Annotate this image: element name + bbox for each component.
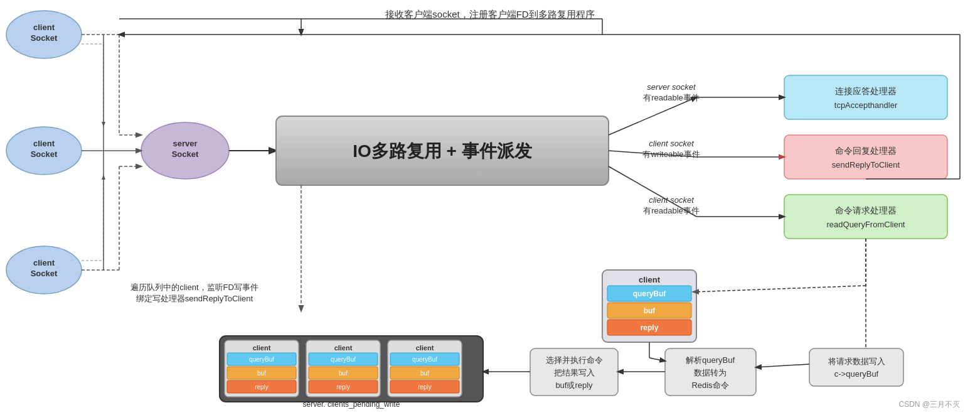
queue-card-3-reply-label: reply (418, 384, 432, 391)
client-socket-top-label2: Socket (31, 33, 58, 43)
step2-label1: 解析queryBuf (686, 355, 735, 365)
queue-card-1-buf-label: buf (257, 370, 266, 377)
query-handler-box (784, 195, 947, 239)
svg-line-18 (693, 286, 866, 292)
reply-handler-label2: sendReplyToClient (832, 160, 900, 170)
server-socket-event-label2: 有readable事件 (643, 93, 700, 102)
client-socket-bot-label2: Socket (31, 269, 58, 278)
queue-card-2-reply-label: reply (336, 384, 350, 391)
server-socket-label: server (173, 139, 197, 148)
step1-label3: buf或reply (555, 380, 593, 390)
step3-label1: 将请求数据写入 (828, 357, 885, 366)
queue-label: server. clients_pending_write (303, 400, 400, 409)
step3-label2: c->queryBuf (834, 369, 879, 379)
queue-card-2-label: client (334, 344, 353, 352)
server-socket-label2: Socket (172, 149, 199, 159)
client-card-single-label: client (639, 275, 661, 284)
client-socket-bot-label: client (33, 258, 55, 267)
server-socket-event-label1: server socket (647, 82, 696, 92)
queue-card-2-buf-label: buf (339, 370, 348, 377)
queue-card-2-querybuf-label: queryBuf (331, 356, 356, 363)
query-handler-label2: readQueryFromClient (827, 220, 905, 229)
queue-card-1-querybuf-label: queryBuf (249, 356, 274, 363)
step1-label2: 把结果写入 (554, 368, 595, 377)
bottom-label2: 绑定写处理器sendReplyToClient (136, 294, 253, 303)
top-label: 接收客户端socket，注册客户端FD到多路复用程序 (385, 9, 594, 19)
step2-label3: Redis命令 (691, 380, 728, 390)
reply-handler-label1: 命令回复处理器 (835, 146, 897, 156)
client-card-buf-label: buf (644, 306, 656, 315)
client-socket-mid-label: client (33, 139, 55, 148)
watermark: CSDN @三月不灭 (898, 400, 960, 409)
connection-handler-label2: tcpAccepthandler (834, 100, 898, 110)
client-card-reply-label: reply (641, 323, 659, 332)
connection-handler-box (784, 75, 947, 119)
svg-line-24 (756, 364, 809, 367)
client-socket-write-event-label1: client socket (649, 139, 695, 148)
client-socket-top-label: client (33, 23, 55, 32)
client-socket-mid-label2: Socket (31, 149, 58, 159)
queue-card-3-querybuf-label: queryBuf (412, 356, 437, 363)
queue-card-1-reply-label: reply (255, 384, 269, 391)
bottom-label1: 遍历队列中的client，监听FD写事件 (130, 283, 258, 292)
queue-card-3-label: client (416, 344, 434, 352)
step2-label2: 数据转为 (694, 368, 727, 377)
query-handler-label1: 命令请求处理器 (835, 205, 897, 215)
step1-label1: 选择并执行命令 (546, 355, 603, 365)
client-card-querybuf-label: queryBuf (633, 289, 667, 298)
architecture-diagram: 接收客户端socket，注册客户端FD到多路复用程序 client Socket… (0, 0, 980, 415)
queue-card-1-label: client (253, 344, 271, 352)
svg-line-22 (649, 358, 665, 361)
svg-line-11 (609, 97, 696, 135)
diagram-container: 接收客户端socket，注册客户端FD到多路复用程序 client Socket… (0, 0, 980, 415)
connection-handler-label1: 连接应答处理器 (835, 86, 897, 96)
reply-handler-box (784, 135, 947, 179)
io-mux-label: IO多路复用 + 事件派发 (353, 141, 531, 161)
queue-card-3-buf-label: buf (420, 370, 429, 377)
client-socket-read-event-label1: client socket (649, 195, 695, 205)
step3-box (809, 348, 903, 386)
